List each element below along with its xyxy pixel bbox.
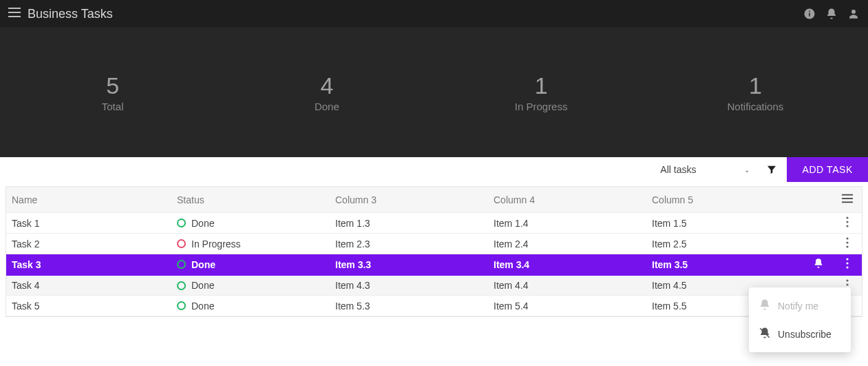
col-3[interactable]: Column 3 xyxy=(330,194,488,205)
cell-status: Done xyxy=(171,301,330,312)
cell-c5: Item 1.5 xyxy=(646,218,804,229)
status-ring-icon xyxy=(177,239,186,248)
stat-value: 1 xyxy=(648,72,862,99)
cell-c3: Item 1.3 xyxy=(330,218,488,229)
row-context-menu: Notify me Unsubscribe xyxy=(749,287,851,352)
user-icon[interactable] xyxy=(847,8,860,20)
svg-point-20 xyxy=(846,283,848,285)
svg-rect-8 xyxy=(842,198,853,199)
col-5[interactable]: Column 5 xyxy=(646,194,804,205)
svg-point-16 xyxy=(846,258,848,260)
svg-point-18 xyxy=(846,266,848,268)
svg-point-15 xyxy=(846,245,848,247)
status-ring-icon xyxy=(177,218,186,227)
svg-rect-7 xyxy=(842,194,853,196)
cell-c3: Item 3.3 xyxy=(330,259,488,270)
svg-point-12 xyxy=(846,225,848,227)
stat-value: 4 xyxy=(220,72,434,99)
stat-done: 4 Done xyxy=(220,72,434,112)
menu-icon[interactable] xyxy=(8,8,21,20)
topbar: Business Tasks xyxy=(0,0,868,28)
info-icon[interactable] xyxy=(803,8,816,20)
row-actions-icon[interactable] xyxy=(833,237,862,250)
cell-name: Task 2 xyxy=(6,238,171,250)
bell-icon xyxy=(759,298,771,313)
cell-bell xyxy=(804,258,833,271)
col-status[interactable]: Status xyxy=(171,194,330,205)
cell-c4: Item 5.4 xyxy=(488,301,646,312)
cell-c4: Item 3.4 xyxy=(488,259,646,270)
svg-point-19 xyxy=(846,279,848,281)
bell-icon[interactable] xyxy=(813,260,824,271)
status-ring-icon xyxy=(177,260,186,269)
cell-status: Done xyxy=(171,218,330,229)
table-row[interactable]: Task 3DoneItem 3.3Item 3.4Item 3.5 xyxy=(6,254,862,275)
table-row[interactable]: Task 1DoneItem 1.3Item 1.4Item 1.5 xyxy=(6,213,862,234)
stat-total: 5 Total xyxy=(6,72,220,112)
svg-rect-0 xyxy=(8,8,21,9)
stat-label: Done xyxy=(220,101,434,112)
add-task-button[interactable]: ADD TASK xyxy=(787,157,868,182)
status-ring-icon xyxy=(177,301,186,310)
cell-c3: Item 5.3 xyxy=(330,301,488,312)
cell-c4: Item 2.4 xyxy=(488,238,646,250)
menu-item-label: Unsubscribe xyxy=(778,329,832,340)
svg-rect-9 xyxy=(842,201,853,203)
table-row[interactable]: Task 2In ProgressItem 2.3Item 2.4Item 2.… xyxy=(6,234,862,254)
columns-menu-icon[interactable] xyxy=(833,193,862,206)
cell-c4: Item 4.4 xyxy=(488,280,646,291)
stat-label: Total xyxy=(6,101,220,112)
svg-point-11 xyxy=(846,221,848,223)
table-header: Name Status Column 3 Column 4 Column 5 xyxy=(6,187,862,213)
stat-label: Notifications xyxy=(648,101,862,112)
tasks-table: Name Status Column 3 Column 4 Column 5 T… xyxy=(6,186,862,317)
svg-point-6 xyxy=(851,10,856,14)
stat-label: In Progress xyxy=(434,101,648,112)
stat-value: 5 xyxy=(6,72,220,99)
col-4[interactable]: Column 4 xyxy=(488,194,646,205)
svg-rect-5 xyxy=(809,11,810,12)
cell-c5: Item 3.5 xyxy=(646,259,804,270)
bell-slash-icon xyxy=(759,327,771,341)
row-actions-icon[interactable] xyxy=(833,258,862,271)
cell-c3: Item 2.3 xyxy=(330,238,488,250)
cell-status: Done xyxy=(171,259,330,270)
svg-point-14 xyxy=(846,241,848,243)
page-title: Business Tasks xyxy=(28,7,113,21)
stat-inprogress: 1 In Progress xyxy=(434,72,648,112)
menu-item-label: Notify me xyxy=(778,301,818,312)
filter-dropdown[interactable]: All tasks ⌄ xyxy=(653,157,756,182)
chevron-down-icon: ⌄ xyxy=(744,166,750,174)
cell-name: Task 1 xyxy=(6,218,171,229)
table-row[interactable]: Task 5DoneItem 5.3Item 5.4Item 5.5 xyxy=(6,296,862,316)
filter-icon[interactable] xyxy=(756,157,787,182)
svg-point-10 xyxy=(846,216,848,218)
filter-label: All tasks xyxy=(660,164,696,175)
stat-value: 1 xyxy=(434,72,648,99)
cell-name: Task 5 xyxy=(6,301,171,312)
col-name[interactable]: Name xyxy=(6,194,171,205)
bell-icon[interactable] xyxy=(825,8,838,20)
stats-panel: 5 Total 4 Done 1 In Progress 1 Notificat… xyxy=(0,28,868,157)
cell-status: In Progress xyxy=(171,238,330,250)
svg-point-13 xyxy=(846,237,848,239)
menu-unsubscribe[interactable]: Unsubscribe xyxy=(749,320,851,348)
svg-point-17 xyxy=(846,262,848,264)
svg-rect-4 xyxy=(809,13,810,17)
row-actions-icon[interactable] xyxy=(833,216,862,230)
cell-c4: Item 1.4 xyxy=(488,218,646,229)
cell-status: Done xyxy=(171,280,330,291)
cell-c5: Item 2.5 xyxy=(646,238,804,250)
menu-notify-me: Notify me xyxy=(749,292,851,320)
svg-rect-1 xyxy=(8,12,21,13)
cell-name: Task 3 xyxy=(6,259,171,270)
svg-rect-2 xyxy=(8,16,21,17)
status-ring-icon xyxy=(177,281,186,290)
cell-c3: Item 4.3 xyxy=(330,280,488,291)
table-row[interactable]: Task 4DoneItem 4.3Item 4.4Item 4.5 xyxy=(6,275,862,296)
table-toolbar: All tasks ⌄ ADD TASK xyxy=(0,157,868,182)
cell-name: Task 4 xyxy=(6,280,171,291)
stat-notifications: 1 Notifications xyxy=(648,72,862,112)
